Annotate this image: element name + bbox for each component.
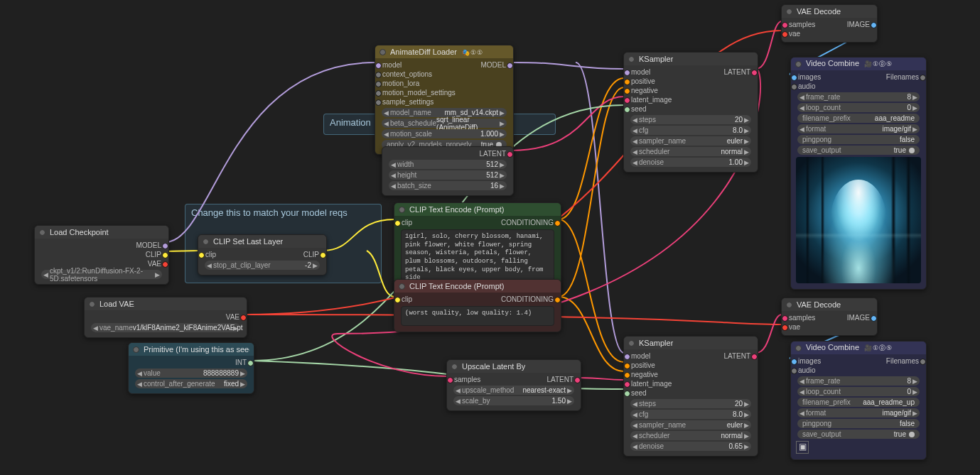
steps-widget[interactable]: ◀steps20▶ xyxy=(630,115,751,124)
slot-label: CONDITIONING xyxy=(501,295,554,303)
slot-label: LATENT xyxy=(723,352,750,360)
node-title: Load VAE xyxy=(99,300,134,308)
loop-count-widget[interactable]: ◀loop_count0▶ xyxy=(797,103,920,112)
slot-label: CONDITIONING xyxy=(501,219,554,226)
node-vae-decode-2[interactable]: VAE Decode samples IMAGE vae xyxy=(781,297,878,336)
format-widget[interactable]: ◀formatimage/gif▶ xyxy=(797,124,920,133)
slot-label: latent_image xyxy=(631,96,672,104)
node-title: KSampler xyxy=(639,339,673,347)
group-label: Change this to match your model reqs xyxy=(185,204,381,221)
node-video-combine-1[interactable]: Video Combine 🎥①⓪⑤ images Filenames audi… xyxy=(790,57,927,290)
motion-scale-widget[interactable]: ◀motion_scale1.000▶ xyxy=(382,129,507,138)
slot-label: negative xyxy=(631,371,658,378)
node-empty-latent[interactable]: LATENT ◀width512▶ ◀height512▶ ◀batch_siz… xyxy=(382,146,514,196)
scheduler-widget[interactable]: ◀schedulernormal▶ xyxy=(630,431,751,440)
prompt-text-positive[interactable]: 1girl, solo, cherry blossom, hanami, pin… xyxy=(401,229,554,286)
slot-label: seed xyxy=(631,389,647,397)
node-title: Primitive (I'm using this as seed) xyxy=(144,345,249,354)
slot-label: IMAGE xyxy=(847,21,870,28)
vae-name-widget[interactable]: ◀vae_namev1/klF8Anime2_klF8Anime2VAE.pt▶ xyxy=(91,323,240,332)
slot-label: samples xyxy=(789,21,815,28)
filename-prefix-widget[interactable]: filename_prefixaaa_readme xyxy=(797,114,920,123)
node-ksampler-2[interactable]: KSampler model LATENT positive negative … xyxy=(623,336,758,457)
slot-label: clip xyxy=(205,251,216,258)
slot-label: seed xyxy=(631,105,647,113)
node-title: CLIP Text Encode (Prompt) xyxy=(409,205,505,214)
filename-prefix-widget[interactable]: filename_prefixaaa_readme_up xyxy=(797,398,920,407)
broken-image-icon: ▣ xyxy=(796,441,809,454)
format-widget[interactable]: ◀formatimage/gif▶ xyxy=(797,408,920,417)
node-badges-icon: 🎥①⓪⑤ xyxy=(864,344,893,351)
node-title: Video Combine 🎥①⓪⑤ xyxy=(806,59,893,69)
node-title: Video Combine 🎥①⓪⑤ xyxy=(806,343,893,353)
slot-label: LATENT xyxy=(546,376,574,383)
slot-label: LATENT xyxy=(723,68,750,76)
node-video-combine-2[interactable]: Video Combine 🎥①⓪⑤ images Filenames audi… xyxy=(790,341,927,460)
save-output-widget[interactable]: save_outputtrue xyxy=(797,146,920,155)
batch-size-widget[interactable]: ◀batch_size16▶ xyxy=(389,181,507,190)
node-title: VAE Decode xyxy=(797,7,841,16)
scale-by-widget[interactable]: ◀scale_by1.50▶ xyxy=(453,396,574,405)
slot-label: images xyxy=(798,357,821,365)
slot-label: audio xyxy=(798,366,815,374)
slot-label: samples xyxy=(454,376,480,383)
node-vae-decode-1[interactable]: VAE Decode samples IMAGE vae xyxy=(781,4,878,43)
node-load-checkpoint[interactable]: Load Checkpoint MODEL CLIP VAE ◀ckpt_v1/… xyxy=(34,225,169,285)
stop-at-clip-layer-widget[interactable]: ◀stop_at_clip_layer-2▶ xyxy=(205,261,320,270)
cfg-widget[interactable]: ◀cfg8.0▶ xyxy=(630,410,751,419)
frame-rate-widget[interactable]: ◀frame_rate8▶ xyxy=(797,376,920,386)
output-preview-image xyxy=(796,157,921,283)
denoise-widget[interactable]: ◀denoise1.00▶ xyxy=(630,158,751,167)
node-title: CLIP Text Encode (Prompt) xyxy=(409,282,505,290)
node-upscale-latent-by[interactable]: Upscale Latent By samples LATENT ◀upscal… xyxy=(446,359,581,411)
width-widget[interactable]: ◀width512▶ xyxy=(389,160,507,169)
slot-label: model xyxy=(631,68,650,76)
node-graph-canvas[interactable]: { "groups":[ {"label":"Change this to ma… xyxy=(0,0,980,475)
slot-label: negative xyxy=(631,87,658,94)
upscale-method-widget[interactable]: ◀upscale_methodnearest-exact▶ xyxy=(453,386,574,395)
node-clip-text-encode-negative[interactable]: CLIP Text Encode (Prompt) clip CONDITION… xyxy=(394,279,561,332)
sampler-name-widget[interactable]: ◀sampler_nameeuler▶ xyxy=(630,420,751,430)
node-title: Load Checkpoint xyxy=(50,228,109,236)
beta-schedule-widget: ◀beta_schedulesqrt_linear (AnimateDiff)▶ xyxy=(382,119,507,128)
node-title: VAE Decode xyxy=(797,300,841,309)
scheduler-widget[interactable]: ◀schedulernormal▶ xyxy=(630,147,751,156)
height-widget[interactable]: ◀height512▶ xyxy=(389,170,507,180)
slot-label: model xyxy=(382,61,402,69)
node-badges-icon: 🎥①⓪⑤ xyxy=(864,60,893,67)
cfg-widget[interactable]: ◀cfg8.0▶ xyxy=(630,126,751,135)
pingpong-widget[interactable]: pingpongfalse xyxy=(797,419,920,428)
frame-rate-widget[interactable]: ◀frame_rate8▶ xyxy=(797,92,920,102)
seed-value-widget[interactable]: ◀value888888889▶ xyxy=(135,368,247,378)
slot-label: samples xyxy=(789,314,815,322)
loop-count-widget[interactable]: ◀loop_count0▶ xyxy=(797,387,920,396)
slot-label: latent_image xyxy=(631,380,672,388)
slot-label: LATENT xyxy=(479,150,506,158)
slot-label: IMAGE xyxy=(847,314,870,322)
slot-label: audio xyxy=(798,82,815,90)
node-title: AnimateDiff Loader 🎭①① xyxy=(390,48,483,56)
steps-widget[interactable]: ◀steps20▶ xyxy=(630,399,751,408)
save-output-widget[interactable]: save_outputtrue xyxy=(797,430,920,439)
slot-label: MODEL xyxy=(136,241,161,249)
sampler-name-widget[interactable]: ◀sampler_nameeuler▶ xyxy=(630,136,751,146)
node-animatediff-loader[interactable]: AnimateDiff Loader 🎭①① model MODEL conte… xyxy=(375,45,514,155)
node-clip-set-last-layer[interactable]: CLIP Set Last Layer clip CLIP ◀stop_at_c… xyxy=(198,234,327,275)
node-ksampler-1[interactable]: KSampler model LATENT positive negative … xyxy=(623,52,758,173)
slot-label: clip xyxy=(402,219,412,226)
node-primitive-seed[interactable]: Primitive (I'm using this as seed) INT ◀… xyxy=(128,342,254,394)
ckpt-name-widget[interactable]: ◀ckpt_v1/2:RunDiffusion-FX-2-5D.safetens… xyxy=(41,270,162,279)
prompt-text-negative[interactable]: (worst quality, low quality: 1.4) xyxy=(401,306,554,326)
slot-label: MODEL xyxy=(480,61,506,69)
denoise-widget[interactable]: ◀denoise0.65▶ xyxy=(630,442,751,451)
control-after-generate-widget[interactable]: ◀control_after_generatefixed▶ xyxy=(135,379,247,388)
node-load-vae[interactable]: Load VAE VAE ◀vae_namev1/klF8Anime2_klF8… xyxy=(84,297,247,338)
slot-label: clip xyxy=(402,295,412,303)
slot-label: CLIP xyxy=(146,251,161,258)
pingpong-widget[interactable]: pingpongfalse xyxy=(797,135,920,144)
node-title: Upscale Latent By xyxy=(462,362,525,371)
slot-label: positive xyxy=(631,77,655,85)
slot-label: VAE xyxy=(226,313,239,321)
slot-label: positive xyxy=(631,361,655,369)
slot-label: Filenames xyxy=(886,73,919,81)
